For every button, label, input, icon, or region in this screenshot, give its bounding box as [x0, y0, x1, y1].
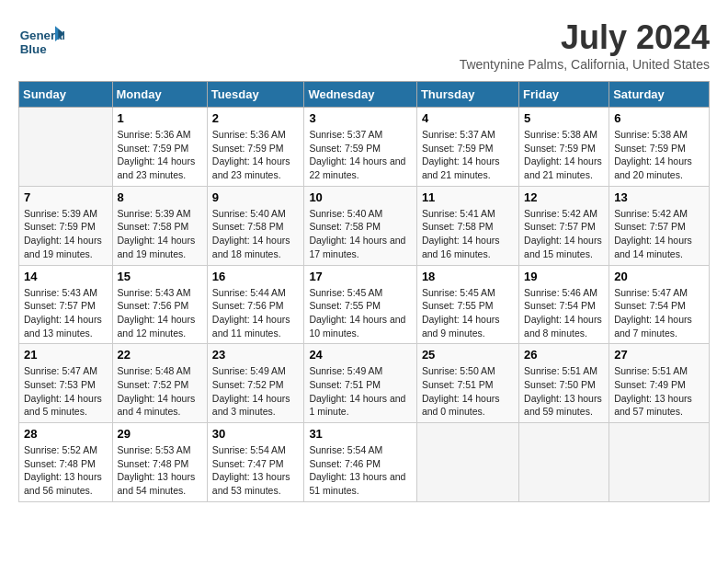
calendar-day-cell: 30Sunrise: 5:54 AM Sunset: 7:47 PM Dayli…: [207, 423, 304, 502]
calendar-body: 1Sunrise: 5:36 AM Sunset: 7:59 PM Daylig…: [19, 108, 710, 502]
calendar-day-cell: 6Sunrise: 5:38 AM Sunset: 7:59 PM Daylig…: [609, 108, 710, 187]
logo-icon: General Blue: [18, 18, 64, 64]
day-info: Sunrise: 5:51 AM Sunset: 7:49 PM Dayligh…: [614, 364, 704, 419]
day-number: 31: [309, 427, 412, 441]
day-of-week-header: Saturday: [609, 82, 710, 108]
day-info: Sunrise: 5:36 AM Sunset: 7:59 PM Dayligh…: [212, 128, 300, 182]
calendar-day-cell: 19Sunrise: 5:46 AM Sunset: 7:54 PM Dayli…: [519, 265, 609, 344]
calendar-week-row: 7Sunrise: 5:39 AM Sunset: 7:59 PM Daylig…: [19, 186, 710, 265]
day-info: Sunrise: 5:48 AM Sunset: 7:52 PM Dayligh…: [118, 364, 202, 419]
calendar-day-cell: 21Sunrise: 5:47 AM Sunset: 7:53 PM Dayli…: [19, 344, 113, 423]
calendar-day-cell: 26Sunrise: 5:51 AM Sunset: 7:50 PM Dayli…: [519, 344, 609, 423]
calendar-day-cell: 4Sunrise: 5:37 AM Sunset: 7:59 PM Daylig…: [416, 108, 518, 187]
day-number: 29: [118, 427, 202, 441]
day-info: Sunrise: 5:42 AM Sunset: 7:57 PM Dayligh…: [524, 207, 604, 261]
calendar-day-cell: 22Sunrise: 5:48 AM Sunset: 7:52 PM Dayli…: [112, 344, 207, 423]
day-of-week-header: Sunday: [19, 82, 113, 108]
calendar-day-cell: 20Sunrise: 5:47 AM Sunset: 7:54 PM Dayli…: [609, 265, 710, 344]
day-number: 25: [422, 348, 514, 362]
calendar-day-cell: 2Sunrise: 5:36 AM Sunset: 7:59 PM Daylig…: [207, 108, 304, 187]
calendar-day-cell: 14Sunrise: 5:43 AM Sunset: 7:57 PM Dayli…: [19, 265, 113, 344]
calendar-week-row: 14Sunrise: 5:43 AM Sunset: 7:57 PM Dayli…: [19, 265, 710, 344]
calendar-day-cell: 8Sunrise: 5:39 AM Sunset: 7:58 PM Daylig…: [112, 186, 207, 265]
day-info: Sunrise: 5:54 AM Sunset: 7:47 PM Dayligh…: [212, 443, 300, 498]
calendar-week-row: 1Sunrise: 5:36 AM Sunset: 7:59 PM Daylig…: [19, 108, 710, 187]
calendar-day-cell: 13Sunrise: 5:42 AM Sunset: 7:57 PM Dayli…: [609, 186, 710, 265]
day-number: 22: [118, 348, 202, 362]
logo: General Blue: [18, 18, 64, 64]
calendar-week-row: 28Sunrise: 5:52 AM Sunset: 7:48 PM Dayli…: [19, 423, 710, 502]
day-info: Sunrise: 5:41 AM Sunset: 7:58 PM Dayligh…: [422, 207, 514, 261]
page-header: General Blue July 2024 Twentynine Palms,…: [18, 18, 710, 72]
day-number: 21: [24, 348, 108, 362]
calendar-table: SundayMondayTuesdayWednesdayThursdayFrid…: [18, 81, 710, 502]
day-info: Sunrise: 5:37 AM Sunset: 7:59 PM Dayligh…: [422, 128, 514, 182]
day-info: Sunrise: 5:39 AM Sunset: 7:58 PM Dayligh…: [118, 207, 202, 261]
day-number: 6: [614, 111, 704, 125]
day-info: Sunrise: 5:47 AM Sunset: 7:54 PM Dayligh…: [614, 286, 704, 340]
day-number: 19: [524, 270, 604, 283]
day-info: Sunrise: 5:49 AM Sunset: 7:52 PM Dayligh…: [212, 364, 300, 419]
calendar-day-cell: [609, 423, 710, 502]
day-info: Sunrise: 5:44 AM Sunset: 7:56 PM Dayligh…: [212, 286, 300, 340]
day-info: Sunrise: 5:45 AM Sunset: 7:55 PM Dayligh…: [422, 286, 514, 340]
calendar-day-cell: 24Sunrise: 5:49 AM Sunset: 7:51 PM Dayli…: [304, 344, 417, 423]
calendar-day-cell: 28Sunrise: 5:52 AM Sunset: 7:48 PM Dayli…: [19, 423, 113, 502]
day-number: 2: [212, 111, 300, 125]
calendar-day-cell: 10Sunrise: 5:40 AM Sunset: 7:58 PM Dayli…: [304, 186, 417, 265]
calendar-day-cell: 12Sunrise: 5:42 AM Sunset: 7:57 PM Dayli…: [519, 186, 609, 265]
day-of-week-header: Friday: [519, 82, 609, 108]
day-info: Sunrise: 5:49 AM Sunset: 7:51 PM Dayligh…: [309, 364, 412, 419]
day-number: 30: [212, 427, 300, 441]
day-of-week-header: Thursday: [416, 82, 518, 108]
day-number: 20: [614, 270, 704, 283]
calendar-day-cell: 11Sunrise: 5:41 AM Sunset: 7:58 PM Dayli…: [416, 186, 518, 265]
day-info: Sunrise: 5:37 AM Sunset: 7:59 PM Dayligh…: [309, 128, 412, 182]
calendar-day-cell: 31Sunrise: 5:54 AM Sunset: 7:46 PM Dayli…: [304, 423, 417, 502]
calendar-day-cell: 5Sunrise: 5:38 AM Sunset: 7:59 PM Daylig…: [519, 108, 609, 187]
day-info: Sunrise: 5:38 AM Sunset: 7:59 PM Dayligh…: [524, 128, 604, 182]
calendar-day-cell: 15Sunrise: 5:43 AM Sunset: 7:56 PM Dayli…: [112, 265, 207, 344]
day-info: Sunrise: 5:43 AM Sunset: 7:57 PM Dayligh…: [24, 286, 108, 340]
calendar-day-cell: 29Sunrise: 5:53 AM Sunset: 7:48 PM Dayli…: [112, 423, 207, 502]
day-number: 28: [24, 427, 108, 441]
day-info: Sunrise: 5:42 AM Sunset: 7:57 PM Dayligh…: [614, 207, 704, 261]
day-number: 18: [422, 270, 514, 283]
day-info: Sunrise: 5:39 AM Sunset: 7:59 PM Dayligh…: [24, 207, 108, 261]
day-info: Sunrise: 5:53 AM Sunset: 7:48 PM Dayligh…: [118, 443, 202, 498]
location-text: Twentynine Palms, California, United Sta…: [460, 57, 710, 72]
day-info: Sunrise: 5:46 AM Sunset: 7:54 PM Dayligh…: [524, 286, 604, 340]
calendar-day-cell: [519, 423, 609, 502]
day-number: 26: [524, 348, 604, 362]
month-year-title: July 2024: [460, 18, 710, 57]
calendar-day-cell: 3Sunrise: 5:37 AM Sunset: 7:59 PM Daylig…: [304, 108, 417, 187]
day-number: 23: [212, 348, 300, 362]
day-number: 9: [212, 190, 300, 204]
calendar-day-cell: 18Sunrise: 5:45 AM Sunset: 7:55 PM Dayli…: [416, 265, 518, 344]
day-of-week-header: Tuesday: [207, 82, 304, 108]
day-number: 5: [524, 111, 604, 125]
calendar-day-cell: 7Sunrise: 5:39 AM Sunset: 7:59 PM Daylig…: [19, 186, 113, 265]
day-of-week-header: Wednesday: [304, 82, 417, 108]
calendar-day-cell: [19, 108, 113, 187]
day-info: Sunrise: 5:47 AM Sunset: 7:53 PM Dayligh…: [24, 364, 108, 419]
calendar-day-cell: [416, 423, 518, 502]
day-info: Sunrise: 5:54 AM Sunset: 7:46 PM Dayligh…: [309, 443, 412, 498]
calendar-day-cell: 1Sunrise: 5:36 AM Sunset: 7:59 PM Daylig…: [112, 108, 207, 187]
day-number: 13: [614, 190, 704, 204]
calendar-day-cell: 9Sunrise: 5:40 AM Sunset: 7:58 PM Daylig…: [207, 186, 304, 265]
day-number: 4: [422, 111, 514, 125]
day-number: 3: [309, 111, 412, 125]
day-number: 14: [24, 270, 108, 283]
calendar-day-cell: 27Sunrise: 5:51 AM Sunset: 7:49 PM Dayli…: [609, 344, 710, 423]
day-info: Sunrise: 5:40 AM Sunset: 7:58 PM Dayligh…: [212, 207, 300, 261]
title-block: July 2024 Twentynine Palms, California, …: [460, 18, 710, 72]
day-number: 15: [118, 270, 202, 283]
calendar-day-cell: 17Sunrise: 5:45 AM Sunset: 7:55 PM Dayli…: [304, 265, 417, 344]
calendar-header-row: SundayMondayTuesdayWednesdayThursdayFrid…: [19, 82, 710, 108]
day-info: Sunrise: 5:45 AM Sunset: 7:55 PM Dayligh…: [309, 286, 412, 340]
day-info: Sunrise: 5:43 AM Sunset: 7:56 PM Dayligh…: [118, 286, 202, 340]
calendar-day-cell: 25Sunrise: 5:50 AM Sunset: 7:51 PM Dayli…: [416, 344, 518, 423]
day-number: 11: [422, 190, 514, 204]
day-number: 16: [212, 270, 300, 283]
